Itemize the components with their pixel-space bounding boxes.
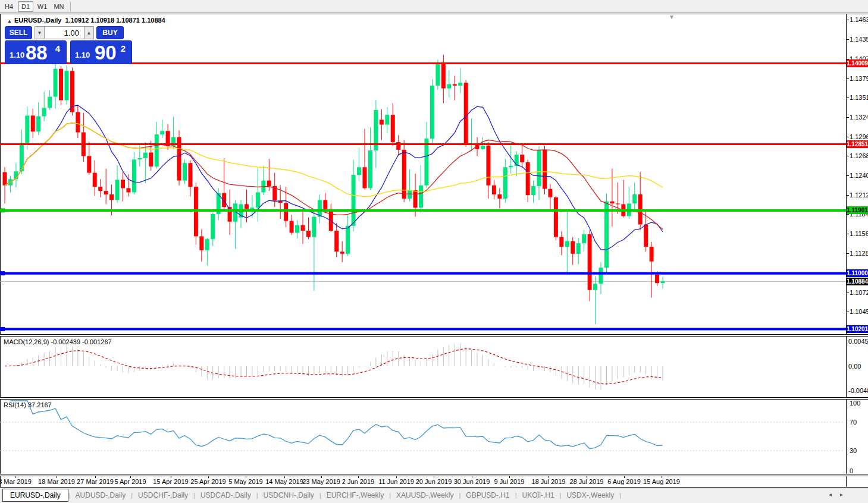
- buy-price-display[interactable]: 1.10 90 2: [70, 40, 132, 64]
- rsi-axis-label: 30: [850, 447, 857, 454]
- buy-button[interactable]: BUY: [96, 26, 124, 39]
- current-price-badge: 1.10884: [847, 278, 868, 285]
- rsi-axis-label: 0: [850, 467, 853, 474]
- buy-price-pip: 2: [121, 43, 126, 54]
- price-tick-mark: [847, 234, 849, 234]
- tab-eurusd-daily[interactable]: EURUSD-,Daily: [2, 489, 68, 502]
- price-tick-mark: [847, 137, 849, 137]
- volume-decrease-button[interactable]: ▼: [35, 26, 45, 39]
- price-tick-mark: [847, 156, 849, 156]
- sell-button[interactable]: SELL: [5, 26, 32, 39]
- tab-usdcnh-daily[interactable]: USDCNH-,Daily: [258, 489, 319, 501]
- timeframe-button-w1[interactable]: W1: [35, 1, 50, 12]
- tab-scroll-left-icon[interactable]: ◂: [829, 491, 840, 498]
- timeframe-toolbar: H4D1W1MN: [0, 0, 868, 13]
- sell-price-pip: 4: [55, 43, 60, 54]
- price-level-badge: 1.11000: [847, 269, 868, 277]
- symbol-tab-bar: EURUSD-,Daily|AUDUSD-,Daily|USDCHF-,Dail…: [0, 488, 868, 503]
- price-level-badge: 1.10201: [847, 325, 868, 333]
- timeframe-buttons: H4D1W1MN: [1, 1, 68, 12]
- tab-eurchf-weekly[interactable]: EURCHF-,Weekly: [321, 489, 389, 501]
- price-tick-mark: [847, 253, 849, 254]
- volume-input[interactable]: [45, 26, 84, 39]
- collapse-arrow-icon[interactable]: ▲: [7, 18, 12, 24]
- price-tick-mark: [847, 20, 849, 20]
- timeframe-button-d1[interactable]: D1: [18, 1, 33, 12]
- tab-xauusd-weekly[interactable]: XAUUSD-,Weekly: [391, 489, 459, 501]
- price-tick-label: 1.14635: [850, 16, 868, 23]
- price-tick-mark: [847, 312, 849, 312]
- price-tick-mark: [847, 98, 849, 98]
- price-tick-label: 1.12680: [850, 152, 868, 159]
- one-click-trading-panel: SELL ▼ ▲ BUY 1.10 88 4 1.10 90 2: [5, 26, 132, 64]
- tab-scroll-right-icon[interactable]: ▸: [840, 491, 851, 498]
- price-tick-mark: [847, 175, 849, 176]
- sell-price-prefix: 1.10: [10, 51, 24, 59]
- price-level-badge: 1.14009: [847, 59, 868, 67]
- spin-up-icon: ▲: [87, 30, 92, 36]
- rsi-axis-label: 100: [850, 400, 860, 407]
- price-tick-label: 1.11285: [850, 250, 868, 257]
- chart-ohlc-quotes: 1.10912 1.10918 1.10871 1.10884: [65, 17, 165, 24]
- price-level-badge: 1.12851: [847, 140, 868, 148]
- terminal-window: H4D1W1MN ▲EURUSD-,Daily 1.10912 1.10918 …: [0, 0, 868, 503]
- price-tick-label: 1.13795: [850, 75, 868, 82]
- price-tick-mark: [847, 117, 849, 118]
- timeframe-button-mn[interactable]: MN: [51, 1, 67, 12]
- toolbar-separator: [70, 2, 71, 11]
- sell-price-main: 88: [26, 42, 48, 64]
- price-tick-label: 1.10450: [850, 308, 868, 315]
- buy-price-prefix: 1.10: [75, 51, 90, 59]
- tab-scroll-arrows: ◂▸: [829, 491, 851, 498]
- spin-down-icon: ▼: [37, 30, 42, 36]
- price-tick-label: 1.10725: [850, 289, 868, 296]
- date-tick-label: 15 Aug 2019: [638, 478, 685, 485]
- tab-usdchf-daily[interactable]: USDCHF-,Daily: [133, 489, 193, 501]
- rsi-axis-label: 70: [850, 419, 857, 426]
- buy-price-main: 90: [95, 42, 117, 64]
- price-tick-label: 1.13240: [850, 114, 868, 121]
- sell-price-display[interactable]: 1.10 88 4: [5, 40, 67, 64]
- tab-ukoil-h1[interactable]: UKOil-,H1: [517, 489, 560, 501]
- tab-usdx-weekly[interactable]: USDX-,Weekly: [561, 489, 619, 501]
- tab-gbpusd-h1[interactable]: GBPUSD-,H1: [460, 489, 515, 501]
- price-tick-label: 1.13515: [850, 94, 868, 101]
- macd-panel-canvas[interactable]: [0, 337, 846, 397]
- timeframe-button-h4[interactable]: H4: [1, 1, 17, 12]
- tab-audusd-daily[interactable]: AUDUSD-,Daily: [70, 489, 131, 501]
- price-tick-label: 1.12960: [850, 133, 868, 140]
- price-axis-line: [846, 14, 847, 487]
- price-tick-label: 1.14355: [850, 36, 868, 43]
- price-tick-mark: [847, 195, 849, 196]
- volume-increase-button[interactable]: ▲: [84, 26, 94, 39]
- price-tick-mark: [847, 293, 849, 293]
- macd-axis-zero: 0.00: [848, 363, 861, 370]
- chart-symbol-label: EURUSD-,Daily: [14, 17, 61, 24]
- chart-title: ▲EURUSD-,Daily 1.10912 1.10918 1.10871 1…: [7, 17, 165, 24]
- macd-label: MACD(12,26,9) -0.002439 -0.001267: [4, 338, 112, 345]
- macd-axis-bottom: -0.004806: [848, 387, 868, 394]
- price-tick-mark: [847, 78, 849, 79]
- chart-shift-marker-icon[interactable]: ▼: [669, 14, 675, 20]
- tab-usdcad-daily[interactable]: USDCAD-,Daily: [195, 489, 256, 501]
- price-tick-mark: [847, 214, 849, 215]
- price-level-badge: 1.11901: [847, 206, 868, 214]
- price-tick-label: 1.12120: [850, 191, 868, 199]
- tab-separator: |: [619, 492, 621, 499]
- rsi-panel-canvas[interactable]: [0, 400, 846, 474]
- macd-axis-top: 0.004517: [848, 338, 868, 345]
- price-tick-mark: [847, 39, 849, 40]
- rsi-label: RSI(14) 37.2167: [4, 401, 52, 408]
- price-tick-label: 1.12400: [850, 172, 868, 179]
- price-tick-label: 1.11565: [850, 230, 868, 237]
